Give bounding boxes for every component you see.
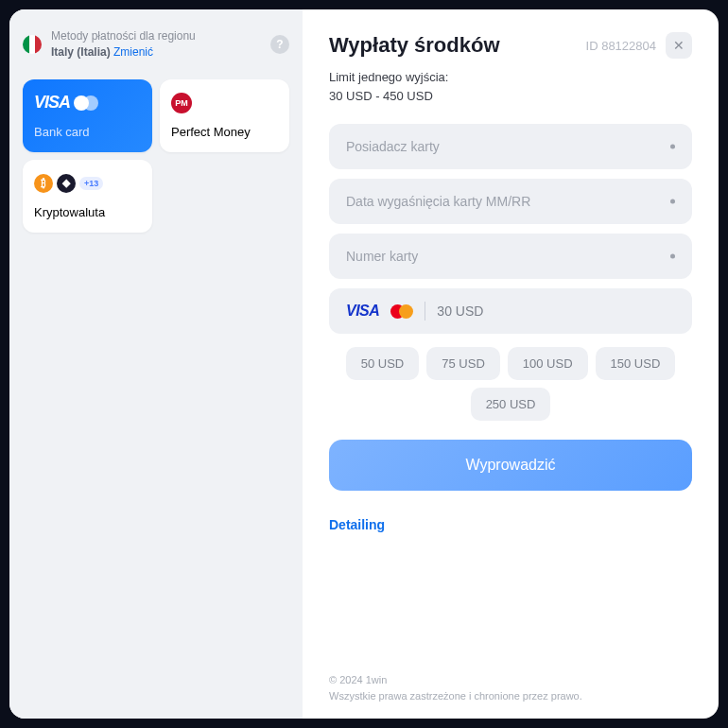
current-amount: 30 USD (437, 303, 483, 319)
withdrawal-modal: Metody płatności dla regionu Italy (Ital… (9, 9, 719, 719)
close-button[interactable]: ✕ (666, 32, 692, 59)
main-header: Wypłaty środków ID 88122804 ✕ (329, 32, 692, 59)
footer-rights: Wszystkie prawa zastrzeżone i chronione … (329, 690, 582, 702)
mastercard-icon (74, 95, 98, 111)
perfectmoney-icon: PM (171, 93, 192, 113)
italy-flag-icon (23, 35, 42, 54)
region-text: Metody płatności dla regionu Italy (Ital… (51, 28, 261, 61)
bitcoin-icon: ₿ (34, 174, 53, 193)
change-region-link[interactable]: Zmienić (113, 45, 153, 59)
bankcard-label: Bank card (34, 125, 141, 139)
cardnumber-wrapper (329, 234, 692, 279)
mastercard-icon (390, 304, 413, 319)
amount-chip-250[interactable]: 250 USD (471, 388, 551, 421)
crypto-icons: ₿ ◆ +13 (34, 173, 141, 194)
page-title: Wypłaty środków (329, 33, 500, 58)
footer: © 2024 1win Wszystkie prawa zastrzeżone … (329, 672, 692, 703)
header-right: ID 88122804 ✕ (586, 32, 692, 59)
sidebar: Metody płatności dla regionu Italy (Ital… (9, 9, 303, 719)
limit-info: Limit jednego wyjścia: 30 USD - 450 USD (329, 68, 692, 105)
visa-icon: VISA (346, 303, 379, 320)
main-panel: Wypłaty środków ID 88122804 ✕ Limit jedn… (303, 9, 719, 719)
crypto-count-badge: +13 (79, 177, 103, 190)
divider (425, 302, 425, 321)
help-icon[interactable]: ? (270, 35, 289, 54)
perfectmoney-icons: PM (171, 93, 278, 113)
region-label: Metody płatności dla regionu (51, 29, 196, 43)
detailing-link[interactable]: Detailing (329, 517, 692, 532)
withdraw-button[interactable]: Wyprowadzić (329, 440, 692, 491)
region-header: Metody płatności dla regionu Italy (Ital… (23, 28, 289, 61)
amount-chips: 50 USD 75 USD 100 USD 150 USD 250 USD (329, 347, 692, 421)
limit-value: 30 USD - 450 USD (329, 89, 433, 103)
transaction-id: ID 88122804 (586, 39, 656, 53)
perfectmoney-label: Perfect Money (171, 125, 278, 139)
limit-label: Limit jednego wyjścia: (329, 70, 448, 84)
expiry-wrapper (329, 179, 692, 224)
bankcard-icons: VISA (34, 93, 141, 113)
cardnumber-input[interactable] (329, 234, 692, 279)
payment-method-crypto[interactable]: ₿ ◆ +13 Kryptowaluta (23, 160, 152, 233)
required-dot-icon (670, 145, 675, 149)
amount-display[interactable]: VISA 30 USD (329, 288, 692, 334)
visa-icon: VISA (34, 93, 70, 113)
payment-method-bankcard[interactable]: VISA Bank card (23, 79, 152, 152)
expiry-input[interactable] (329, 179, 692, 224)
payment-methods-grid: VISA Bank card PM Perfect Money ₿ ◆ +13 (23, 79, 289, 233)
required-dot-icon (670, 254, 675, 259)
region-name: Italy (Italia) (51, 45, 111, 59)
required-dot-icon (670, 199, 675, 204)
footer-copyright: © 2024 1win (329, 674, 387, 685)
amount-chip-150[interactable]: 150 USD (596, 347, 676, 380)
ethereum-icon: ◆ (57, 174, 76, 193)
amount-chip-50[interactable]: 50 USD (346, 347, 420, 380)
payment-method-perfectmoney[interactable]: PM Perfect Money (160, 79, 289, 152)
amount-chip-75[interactable]: 75 USD (426, 347, 500, 380)
crypto-label: Kryptowaluta (34, 205, 141, 219)
cardholder-input[interactable] (329, 124, 692, 169)
amount-chip-100[interactable]: 100 USD (508, 347, 588, 380)
cardholder-wrapper (329, 124, 692, 169)
